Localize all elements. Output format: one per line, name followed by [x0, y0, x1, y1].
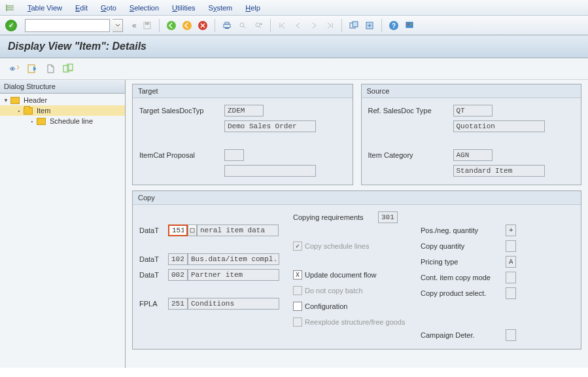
- change-display-icon[interactable]: [7, 62, 21, 75]
- print-icon[interactable]: [220, 19, 233, 32]
- other-entry-icon[interactable]: [25, 62, 39, 75]
- tree-node-schedule-line[interactable]: • Schedule line: [0, 116, 125, 126]
- itemcat-proposal-label: ItemCat Proposal: [139, 151, 224, 159]
- reexplode-checkbox: [293, 317, 302, 327]
- tree-node-item[interactable]: • Item: [0, 105, 125, 116]
- copying-req-label: Copying requirements: [293, 213, 378, 221]
- item-category-desc: [453, 165, 545, 177]
- campaign-deter-label: Campaign Deter.: [421, 331, 506, 339]
- fpla-label: FPLA: [139, 300, 168, 308]
- pricing-type-label: Pricing type: [421, 258, 506, 266]
- itemcat-proposal-value: [224, 149, 244, 161]
- find-next-icon: [252, 19, 265, 32]
- cancel-icon[interactable]: [196, 19, 209, 32]
- fpla-value: [168, 298, 188, 310]
- copying-req-value: [378, 211, 398, 223]
- svg-rect-17: [410, 24, 411, 25]
- svg-point-2: [167, 21, 176, 30]
- pricing-type-value: [506, 256, 516, 268]
- menu-system[interactable]: System: [202, 2, 239, 14]
- datat2-desc: [188, 253, 279, 265]
- copy-product-select-label: Copy product select.: [421, 289, 506, 297]
- copy-panel: Copy DataT DataT: [132, 190, 581, 350]
- layout-icon[interactable]: [403, 19, 416, 32]
- expand-icon[interactable]: ▼: [3, 97, 9, 103]
- folder-icon: [10, 97, 20, 104]
- target-header: Target: [133, 84, 353, 98]
- menu-utilities[interactable]: Utilities: [165, 2, 201, 14]
- prev-page-icon: [292, 19, 305, 32]
- new-session-icon[interactable]: [347, 19, 360, 32]
- app-menu-icon[interactable]: [5, 3, 16, 13]
- configuration-checkbox: [293, 302, 302, 311]
- source-header: Source: [362, 84, 581, 98]
- svg-rect-11: [353, 22, 358, 27]
- menu-help[interactable]: Help: [239, 2, 267, 14]
- tree-label: Header: [24, 96, 47, 104]
- svg-rect-5: [224, 24, 230, 27]
- copy-as-icon[interactable]: [61, 62, 76, 75]
- command-field[interactable]: [25, 19, 110, 32]
- datat3-value: [168, 269, 188, 281]
- reexplode-label: Reexplode structure/free goods: [305, 318, 405, 326]
- tree-label: Item: [37, 107, 50, 115]
- copy-product-select-value: [506, 287, 516, 299]
- configuration-label: Configuration: [305, 302, 347, 310]
- tree-label: Schedule line: [50, 117, 93, 125]
- enter-button[interactable]: [5, 20, 17, 31]
- datat1-value[interactable]: [168, 224, 188, 236]
- datat2-value: [168, 253, 188, 265]
- back-icon[interactable]: [165, 19, 178, 32]
- cont-item-copy-value: [506, 272, 516, 283]
- menu-selection[interactable]: Selection: [123, 2, 165, 14]
- svg-point-3: [182, 21, 192, 30]
- svg-rect-7: [225, 27, 229, 29]
- folder-open-icon: [24, 107, 33, 115]
- svg-rect-6: [225, 22, 229, 24]
- do-not-copy-batch-checkbox: [293, 286, 302, 295]
- menu-goto[interactable]: Goto: [94, 2, 123, 14]
- help-icon[interactable]: ?: [387, 19, 400, 32]
- last-page-icon: [323, 19, 336, 32]
- datat1-desc: [197, 224, 279, 236]
- do-not-copy-batch-label: Do not copy batch: [305, 287, 363, 295]
- f4-help-icon[interactable]: [188, 224, 197, 236]
- collapse-icon[interactable]: «: [132, 21, 137, 30]
- pos-neg-qty-value: [506, 224, 516, 236]
- command-dropdown[interactable]: [112, 19, 123, 32]
- page-title: Display View "Item": Details: [8, 41, 580, 52]
- bullet-icon: •: [16, 107, 22, 114]
- target-salesdoctype-desc: [224, 120, 316, 132]
- save-icon: [141, 19, 154, 32]
- exit-icon[interactable]: [181, 19, 194, 32]
- campaign-deter-value: [506, 329, 516, 341]
- ref-salesdoctype-desc: [453, 120, 545, 132]
- datat2-label: DataT: [139, 255, 168, 263]
- bullet-icon: •: [29, 118, 35, 124]
- datat3-desc: [188, 269, 279, 281]
- ref-salesdoctype-label: Ref. SalesDoc Type: [368, 107, 453, 115]
- folder-icon: [37, 118, 46, 125]
- svg-rect-22: [190, 228, 194, 232]
- document-icon[interactable]: [43, 62, 58, 75]
- svg-rect-16: [407, 24, 409, 25]
- copy-quantity-label: Copy quantity: [421, 242, 506, 250]
- find-icon: [236, 19, 249, 32]
- fpla-desc: [188, 298, 279, 310]
- cont-item-copy-label: Cont. item copy mode: [421, 274, 506, 281]
- datat3-label: DataT: [139, 271, 168, 279]
- update-doc-flow-label: Update document flow: [305, 271, 376, 279]
- copy-quantity-value: [506, 240, 516, 252]
- shortcut-icon[interactable]: [363, 19, 376, 32]
- menu-edit[interactable]: Edit: [69, 2, 94, 14]
- tree-node-header[interactable]: ▼ Header: [0, 95, 125, 105]
- svg-text:?: ?: [392, 22, 396, 29]
- ref-salesdoctype-value: [453, 105, 493, 117]
- copy-header: Copy: [133, 191, 581, 205]
- copy-schedule-lines-label: Copy schedule lines: [305, 242, 369, 250]
- item-category-value: [453, 149, 493, 161]
- target-salesdoctype-label: Target SalesDocTyp: [139, 107, 224, 115]
- target-panel: Target Target SalesDocTyp ItemCat Propos…: [132, 84, 353, 185]
- dialog-structure-tree: Dialog Structure ▼ Header • Item • Sched…: [0, 80, 126, 368]
- menu-table-view[interactable]: Table View: [21, 2, 69, 14]
